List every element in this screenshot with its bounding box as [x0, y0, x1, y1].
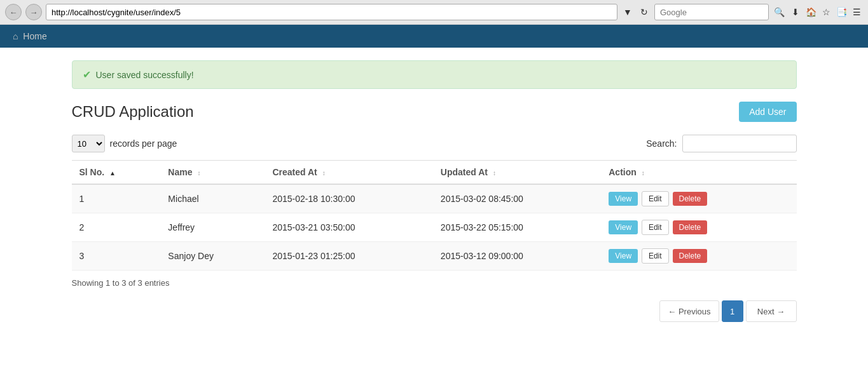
home-label: Home [23, 31, 46, 41]
forward-button[interactable]: → [25, 4, 42, 20]
cell-created-at: 2015-01-23 01:25:00 [265, 242, 432, 271]
refresh-icon[interactable]: ↻ [638, 6, 651, 18]
pagination: ← Previous 1 Next → [659, 300, 796, 322]
pagination-wrapper: ← Previous 1 Next → [72, 300, 797, 322]
menu-icon[interactable]: ☰ [850, 6, 863, 18]
records-label: records per page [110, 138, 177, 149]
next-button[interactable]: Next → [746, 300, 797, 322]
cell-id: 1 [72, 184, 161, 213]
showing-info: Showing 1 to 3 of 3 entries [72, 278, 797, 288]
home-nav-icon[interactable]: 🏠 [804, 6, 817, 18]
cell-action: View Edit Delete [601, 184, 796, 213]
cell-id: 3 [72, 242, 161, 271]
cell-created-at: 2015-03-21 03:50:00 [265, 213, 432, 242]
home-icon: ⌂ [13, 31, 18, 41]
add-user-button[interactable]: Add User [739, 102, 796, 122]
col-created-at[interactable]: Created At ↕ [265, 161, 432, 185]
edit-button[interactable]: Edit [642, 248, 669, 264]
search-control: Search: [646, 135, 796, 152]
table-header-row: Sl No. ▲ Name ↕ Created At ↕ Updated At … [72, 161, 797, 185]
address-bar[interactable] [46, 4, 617, 20]
download-icon[interactable]: ⬇ [789, 6, 802, 18]
sort-action-icon: ↕ [642, 170, 645, 177]
delete-button[interactable]: Delete [673, 192, 708, 206]
alert-message: User saved successfully! [96, 70, 194, 80]
star-icon[interactable]: ☆ [820, 6, 832, 18]
delete-button[interactable]: Delete [673, 220, 708, 234]
browser-search-input[interactable] [654, 4, 769, 20]
cell-id: 2 [72, 213, 161, 242]
home-link[interactable]: ⌂ Home [13, 31, 47, 41]
success-alert: ✔ User saved successfully! [72, 60, 797, 89]
search-input[interactable] [682, 135, 797, 152]
search-label: Search: [646, 138, 677, 149]
page-title: CRUD Application [72, 103, 194, 121]
data-table: Sl No. ▲ Name ↕ Created At ↕ Updated At … [72, 160, 797, 271]
cell-updated-at: 2015-03-02 08:45:00 [433, 184, 601, 213]
cell-name: Michael [160, 184, 265, 213]
sort-updated-icon: ↕ [493, 170, 496, 177]
cell-created-at: 2015-02-18 10:30:00 [265, 184, 432, 213]
browser-chrome: ← → ▼ ↻ 🔍 ⬇ 🏠 ☆ 📑 ☰ [0, 0, 868, 25]
table-row: 3 Sanjoy Dey 2015-01-23 01:25:00 2015-03… [72, 242, 797, 271]
cell-updated-at: 2015-03-12 09:00:00 [433, 242, 601, 271]
table-controls: 10 25 50 100 records per page Search: [72, 135, 797, 152]
sort-name-icon: ↕ [197, 170, 200, 177]
dropdown-icon[interactable]: ▼ [621, 6, 634, 18]
table-row: 2 Jeffrey 2015-03-21 03:50:00 2015-03-22… [72, 213, 797, 242]
back-button[interactable]: ← [5, 4, 22, 20]
col-name[interactable]: Name ↕ [160, 161, 265, 185]
delete-button[interactable]: Delete [673, 249, 708, 263]
col-updated-at[interactable]: Updated At ↕ [433, 161, 601, 185]
col-action[interactable]: Action ↕ [601, 161, 796, 185]
main-content: ✔ User saved successfully! CRUD Applicat… [53, 48, 816, 335]
cell-updated-at: 2015-03-22 05:15:00 [433, 213, 601, 242]
records-per-page-select[interactable]: 10 25 50 100 [72, 135, 105, 152]
view-button[interactable]: View [609, 249, 638, 263]
sort-created-icon: ↕ [322, 170, 326, 177]
col-slno[interactable]: Sl No. ▲ [72, 161, 161, 185]
browser-toolbar-icons: ⬇ 🏠 ☆ 📑 ☰ [789, 6, 863, 18]
cell-action: View Edit Delete [601, 213, 796, 242]
sort-slno-icon: ▲ [109, 170, 116, 177]
edit-button[interactable]: Edit [642, 191, 669, 206]
cell-name: Jeffrey [160, 213, 265, 242]
page-1-button[interactable]: 1 [722, 300, 743, 322]
cell-action: View Edit Delete [601, 242, 796, 271]
records-control: 10 25 50 100 records per page [72, 135, 177, 152]
cell-name: Sanjoy Dey [160, 242, 265, 271]
navbar: ⌂ Home [0, 25, 868, 48]
table-row: 1 Michael 2015-02-18 10:30:00 2015-03-02… [72, 184, 797, 213]
edit-button[interactable]: Edit [642, 220, 669, 235]
view-button[interactable]: View [609, 192, 638, 206]
bookmark-icon[interactable]: 📑 [835, 6, 848, 18]
previous-button[interactable]: ← Previous [659, 300, 719, 322]
view-button[interactable]: View [609, 220, 638, 234]
search-icon[interactable]: 🔍 [773, 6, 785, 18]
page-header: CRUD Application Add User [72, 102, 797, 122]
check-icon: ✔ [83, 69, 91, 81]
